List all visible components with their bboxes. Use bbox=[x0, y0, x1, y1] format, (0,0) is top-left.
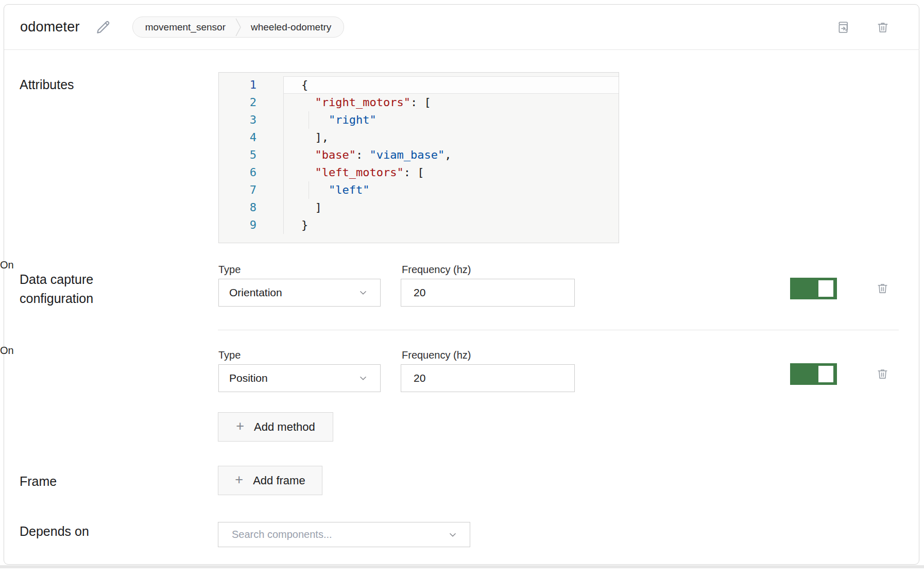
toggle-state-label: On bbox=[0, 259, 14, 270]
line-code: } bbox=[284, 216, 619, 234]
line-code: { bbox=[284, 76, 619, 94]
line-number: 5 bbox=[219, 146, 284, 164]
frequency-label: Frequency (hz) bbox=[402, 349, 471, 361]
line-code: "left" bbox=[284, 181, 619, 199]
breadcrumb-component-model: wheeled-odometry bbox=[251, 22, 331, 33]
line-number: 3 bbox=[219, 111, 284, 129]
line-code: ], bbox=[284, 129, 619, 146]
delete-method-button[interactable] bbox=[876, 282, 889, 295]
toggle-knob bbox=[818, 280, 833, 297]
trash-icon bbox=[876, 282, 889, 295]
capture-type-value: Orientation bbox=[229, 286, 358, 299]
chevron-down-icon bbox=[448, 530, 457, 539]
add-frame-button[interactable]: + Add frame bbox=[218, 466, 322, 495]
data-capture-row: Type Position Frequency (hz) On bbox=[0, 345, 924, 396]
code-line: 9 } bbox=[219, 216, 619, 234]
capture-type-select[interactable]: Orientation bbox=[218, 279, 381, 307]
trash-icon bbox=[876, 367, 889, 380]
line-number: 7 bbox=[219, 181, 284, 199]
frame-label: Frame bbox=[20, 474, 57, 489]
capture-toggle[interactable] bbox=[790, 278, 837, 299]
frequency-label: Frequency (hz) bbox=[402, 264, 471, 276]
delete-component-button[interactable] bbox=[876, 21, 889, 34]
frequency-input[interactable] bbox=[401, 279, 575, 307]
page-bottom-band bbox=[0, 565, 924, 568]
header-actions bbox=[836, 20, 889, 35]
plus-icon: + bbox=[235, 473, 243, 487]
add-frame-label: Add frame bbox=[253, 474, 305, 487]
line-number: 8 bbox=[219, 199, 284, 216]
plus-icon: + bbox=[236, 419, 244, 433]
depends-on-label: Depends on bbox=[20, 524, 89, 539]
chevron-right-icon bbox=[235, 18, 242, 37]
code-line: 2 "right_motors": [ bbox=[219, 94, 619, 111]
trash-icon bbox=[876, 21, 889, 34]
depends-on-select[interactable] bbox=[218, 522, 470, 547]
capture-type-select[interactable]: Position bbox=[218, 364, 381, 392]
type-label: Type bbox=[218, 349, 241, 361]
line-code: "right" bbox=[284, 111, 619, 129]
code-line: 7 "left" bbox=[219, 181, 619, 199]
add-method-button[interactable]: + Add method bbox=[218, 412, 333, 442]
search-components-input[interactable] bbox=[231, 528, 448, 541]
breadcrumb: movement_sensor wheeled-odometry bbox=[132, 16, 345, 38]
code-line: 8 ] bbox=[219, 199, 619, 216]
attributes-json-editor[interactable]: 1 { 2 "right_motors": [ 3 "right" 4 ], 5… bbox=[218, 72, 619, 243]
chevron-down-icon bbox=[358, 374, 368, 383]
type-label: Type bbox=[218, 264, 241, 276]
code-line: 1 { bbox=[219, 76, 619, 94]
line-code: "base": "viam_base", bbox=[284, 146, 619, 164]
chevron-down-icon bbox=[358, 288, 368, 297]
pencil-icon bbox=[94, 19, 112, 36]
delete-method-button[interactable] bbox=[876, 367, 889, 380]
capture-type-value: Position bbox=[229, 372, 358, 384]
line-number: 2 bbox=[219, 94, 284, 111]
component-card-header: odometer movement_sensor wheeled-odometr… bbox=[4, 5, 919, 50]
line-number: 6 bbox=[219, 164, 284, 181]
duplicate-icon bbox=[836, 20, 850, 35]
code-line: 6 "left_motors": [ bbox=[219, 164, 619, 181]
breadcrumb-component-type: movement_sensor bbox=[145, 22, 226, 33]
line-number: 9 bbox=[219, 216, 284, 234]
capture-toggle[interactable] bbox=[790, 363, 837, 385]
duplicate-button[interactable] bbox=[836, 20, 850, 35]
toggle-state-label: On bbox=[0, 345, 14, 356]
line-number: 4 bbox=[219, 129, 284, 146]
code-lines: 1 { 2 "right_motors": [ 3 "right" 4 ], 5… bbox=[219, 76, 619, 234]
line-code: ] bbox=[284, 199, 619, 216]
capture-row-divider bbox=[218, 330, 899, 330]
code-line: 5 "base": "viam_base", bbox=[219, 146, 619, 164]
component-config-page: odometer movement_sensor wheeled-odometr… bbox=[0, 0, 924, 575]
attributes-label: Attributes bbox=[20, 77, 74, 92]
code-line: 3 "right" bbox=[219, 111, 619, 129]
line-number: 1 bbox=[219, 76, 284, 94]
frequency-input[interactable] bbox=[401, 364, 575, 392]
data-capture-row: Type Orientation Frequency (hz) On bbox=[0, 259, 924, 311]
edit-name-button[interactable] bbox=[94, 19, 112, 36]
page-title: odometer bbox=[20, 19, 80, 35]
toggle-knob bbox=[818, 366, 833, 382]
add-method-label: Add method bbox=[254, 420, 315, 434]
code-line: 4 ], bbox=[219, 129, 619, 146]
line-code: "right_motors": [ bbox=[284, 94, 619, 111]
line-code: "left_motors": [ bbox=[284, 164, 619, 181]
